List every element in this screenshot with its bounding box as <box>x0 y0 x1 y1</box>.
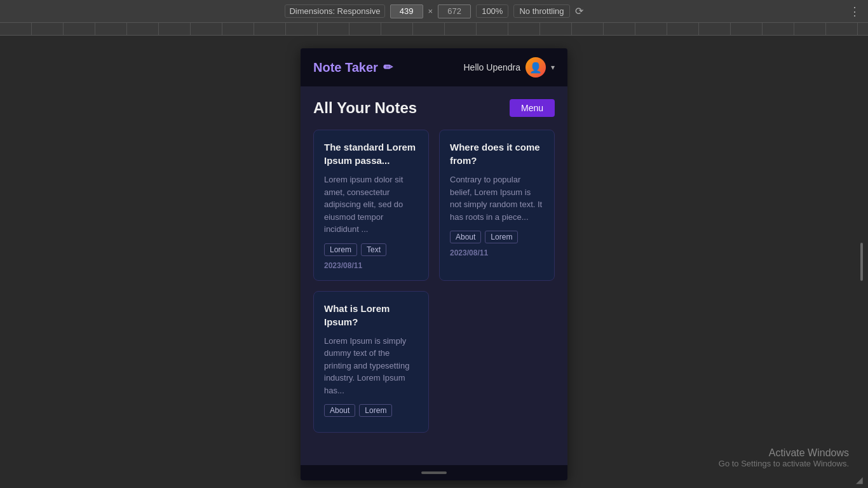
app-bottom-bar <box>301 465 567 480</box>
note-card-1[interactable]: The standard Lorem Ipsum passa... Lorem … <box>313 130 429 281</box>
note-card-3[interactable]: What is Lorem Ipsum? Lorem Ipsum is simp… <box>313 291 429 433</box>
note-date-1: 2023/08/11 <box>324 261 418 270</box>
dimension-separator: × <box>428 6 433 16</box>
avatar: 👤 <box>526 57 546 78</box>
chevron-down-icon[interactable]: ▾ <box>551 63 555 72</box>
notes-section: All Your Notes Menu The standard Lorem I… <box>301 86 567 465</box>
note-tags-2: About Lorem <box>450 231 544 243</box>
ruler-marks <box>0 23 868 35</box>
note-title-1: The standard Lorem Ipsum passa... <box>324 140 418 167</box>
height-input[interactable] <box>438 4 471 18</box>
app-header: Note Taker ✏ Hello Upendra 👤 ▾ <box>301 48 567 86</box>
note-excerpt-2: Contrary to popular belief, Lorem Ipsum … <box>450 173 544 223</box>
tag-about-2[interactable]: About <box>450 231 481 243</box>
throttle-button[interactable]: No throttling <box>513 4 569 18</box>
main-area: Note Taker ✏ Hello Upendra 👤 ▾ All Your … <box>0 36 868 487</box>
note-excerpt-1: Lorem ipsum dolor sit amet, consectetur … <box>324 173 418 236</box>
scrollbar-handle[interactable] <box>860 243 863 281</box>
avatar-emoji: 👤 <box>529 62 542 74</box>
zoom-button[interactable]: 100% <box>476 4 508 18</box>
tag-text-1[interactable]: Text <box>361 243 386 256</box>
app-frame: Note Taker ✏ Hello Upendra 👤 ▾ All Your … <box>301 48 567 480</box>
toolbar: Dimensions: Responsive × 100% No throttl… <box>0 0 868 23</box>
ruler <box>0 23 868 36</box>
note-title-2: Where does it come from? <box>450 140 544 167</box>
dimensions-label[interactable]: Dimensions: Responsive <box>285 4 384 18</box>
toolbar-left: Dimensions: Responsive × 100% No throttl… <box>285 4 583 18</box>
user-info[interactable]: Hello Upendra 👤 ▾ <box>464 57 555 78</box>
tag-lorem-1[interactable]: Lorem <box>324 243 357 256</box>
bottom-drag-handle[interactable] <box>421 471 447 474</box>
width-input[interactable] <box>390 4 423 18</box>
windows-activation: Activate Windows Go to Settings to activ… <box>719 447 849 468</box>
resize-handle[interactable]: ◢ <box>856 475 863 485</box>
user-greeting: Hello Upendra <box>464 62 521 72</box>
note-card-2[interactable]: Where does it come from? Contrary to pop… <box>439 130 555 281</box>
notes-header: All Your Notes Menu <box>313 99 555 117</box>
rotate-icon[interactable]: ⟳ <box>575 5 583 17</box>
note-excerpt-3: Lorem Ipsum is simply dummy text of the … <box>324 335 418 397</box>
edit-icon[interactable]: ✏ <box>383 60 393 74</box>
note-title-3: What is Lorem Ipsum? <box>324 302 418 329</box>
more-options-icon[interactable]: ⋮ <box>849 4 860 18</box>
app-title-text: Note Taker <box>313 60 378 75</box>
tag-lorem-2[interactable]: Lorem <box>485 231 518 243</box>
notes-heading: All Your Notes <box>313 99 417 117</box>
note-date-2: 2023/08/11 <box>450 248 544 257</box>
note-tags-3: About Lorem <box>324 404 418 417</box>
toolbar-right: ⋮ <box>849 4 860 18</box>
note-tags-1: Lorem Text <box>324 243 418 256</box>
tag-about-3[interactable]: About <box>324 404 355 417</box>
tag-lorem-3[interactable]: Lorem <box>359 404 392 417</box>
win-activate-title: Activate Windows <box>719 447 849 459</box>
app-title-container: Note Taker ✏ <box>313 60 393 75</box>
notes-grid: The standard Lorem Ipsum passa... Lorem … <box>313 130 555 433</box>
menu-button[interactable]: Menu <box>510 99 555 117</box>
win-activate-sub: Go to Settings to activate Windows. <box>719 459 849 468</box>
